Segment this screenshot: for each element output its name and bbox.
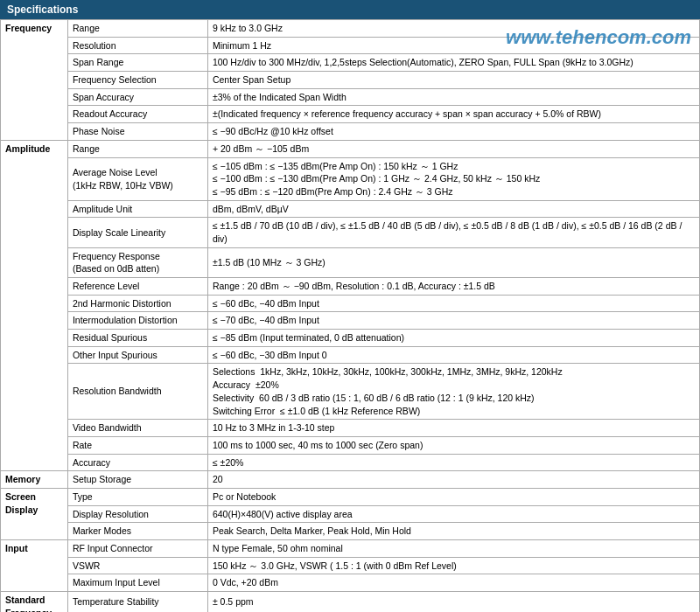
table-row: Maximum Input Level0 Vdc, +20 dBm xyxy=(1,574,700,592)
table-row: 2nd Harmonic Distortion≤ −60 dBc, −40 dB… xyxy=(1,295,700,312)
subcategory-cell: Display Scale Linearity xyxy=(67,218,207,247)
subcategory-cell: Amplitude Unit xyxy=(67,200,207,218)
value-cell: ±3% of the Indicated Span Width xyxy=(207,88,699,106)
value-cell: ±1.5 dB (10 MHz ～ 3 GHz) xyxy=(207,247,699,277)
category-cell: Standard Frequency (10MHz, Ref.) xyxy=(1,592,68,612)
subcategory-cell: Average Noise Level (1kHz RBW, 10Hz VBW) xyxy=(67,157,207,200)
header-title: Specifications xyxy=(7,3,78,16)
table-row: Amplitude UnitdBm, dBmV, dBµV xyxy=(1,200,700,218)
table-row: Phase Noise≤ −90 dBc/Hz @10 kHz offset xyxy=(1,123,700,141)
category-cell: Frequency xyxy=(1,20,68,141)
subcategory-cell: Marker Modes xyxy=(67,523,207,540)
value-cell: 0 Vdc, +20 dBm xyxy=(207,574,699,592)
value-cell: ≤ −90 dBc/Hz @10 kHz offset xyxy=(207,123,699,141)
table-row: Frequency Response (Based on 0dB atten)±… xyxy=(1,247,700,277)
table-row: Residual Spurious≤ −85 dBm (Input termin… xyxy=(1,330,700,347)
value-cell: dBm, dBmV, dBµV xyxy=(207,200,699,218)
table-row: Average Noise Level (1kHz RBW, 10Hz VBW)… xyxy=(1,157,700,200)
subcategory-cell: Other Input Spurious xyxy=(67,346,207,364)
category-cell: Amplitude xyxy=(1,140,68,470)
page-header: Specifications xyxy=(0,0,700,19)
table-row: Reference LevelRange : 20 dBm ～ −90 dBm,… xyxy=(1,278,700,296)
subcategory-cell: Maximum Input Level xyxy=(67,574,207,592)
subcategory-cell: Range xyxy=(67,20,207,38)
subcategory-cell: Setup Storage xyxy=(67,471,207,489)
subcategory-cell: VSWR xyxy=(67,557,207,574)
subcategory-cell: Video Bandwidth xyxy=(67,420,207,437)
subcategory-cell: Phase Noise xyxy=(67,123,207,141)
category-cell: Input xyxy=(1,540,68,592)
watermark: www.tehencom.com xyxy=(506,26,691,49)
table-row: Other Input Spurious≤ −60 dBc, −30 dBm I… xyxy=(1,346,700,364)
subcategory-cell: Intermodulation Distortion xyxy=(67,312,207,330)
table-row: Screen DisplayTypePc or Notebook xyxy=(1,488,700,505)
table-row: Video Bandwidth10 Hz to 3 MHz in 1-3-10 … xyxy=(1,420,700,437)
table-row: Resolution BandwidthSelections 1kHz, 3kH… xyxy=(1,364,700,420)
value-cell: Selections 1kHz, 3kHz, 10kHz, 30kHz, 100… xyxy=(207,364,699,420)
table-row: Display Resolution640(H)×480(V) active d… xyxy=(1,505,700,523)
table-row: Accuracy≤ ±20% xyxy=(1,454,700,471)
table-row: Display Scale Linearity≤ ±1.5 dB / 70 dB… xyxy=(1,218,700,247)
table-row: Standard Frequency (10MHz, Ref.)Temperat… xyxy=(1,592,700,612)
value-cell: 20 xyxy=(207,471,699,489)
subcategory-cell: Readout Accuracy xyxy=(67,106,207,123)
subcategory-cell: Residual Spurious xyxy=(67,330,207,347)
table-row: AmplitudeRange+ 20 dBm ～ −105 dBm xyxy=(1,140,700,157)
value-cell: 100 Hz/div to 300 MHz/div, 1,2,5steps Se… xyxy=(207,54,699,72)
subcategory-cell: Accuracy xyxy=(67,454,207,471)
subcategory-cell: Reference Level xyxy=(67,278,207,296)
subcategory-cell: Resolution Bandwidth xyxy=(67,364,207,420)
value-cell: 10 Hz to 3 MHz in 1-3-10 step xyxy=(207,420,699,437)
subcategory-cell: 2nd Harmonic Distortion xyxy=(67,295,207,312)
value-cell: ±(Indicated frequency × reference freque… xyxy=(207,106,699,123)
value-cell: Peak Search, Delta Marker, Peak Hold, Mi… xyxy=(207,523,699,540)
table-row: InputRF Input ConnectorN type Female, 50… xyxy=(1,540,700,558)
value-cell: 150 kHz ～ 3.0 GHz, VSWR ( 1.5 : 1 (with … xyxy=(207,557,699,574)
subcategory-cell: RF Input Connector xyxy=(67,540,207,558)
subcategory-cell: Type xyxy=(67,488,207,505)
value-cell: ≤ −60 dBc, −30 dBm Input 0 xyxy=(207,346,699,364)
category-cell: Screen Display xyxy=(1,488,68,539)
table-row: Span Range100 Hz/div to 300 MHz/div, 1,2… xyxy=(1,54,700,72)
value-cell: Pc or Notebook xyxy=(207,488,699,505)
value-cell: N type Female, 50 ohm nominal xyxy=(207,540,699,558)
value-cell: + 20 dBm ～ −105 dBm xyxy=(207,140,699,157)
specifications-table: FrequencyRange9 kHz to 3.0 GHzResolution… xyxy=(0,19,700,612)
subcategory-cell: Frequency Selection xyxy=(67,72,207,89)
table-row: Span Accuracy±3% of the Indicated Span W… xyxy=(1,88,700,106)
subcategory-cell: Frequency Response (Based on 0dB atten) xyxy=(67,247,207,277)
value-cell: ≤ ±20% xyxy=(207,454,699,471)
table-row: Rate100 ms to 1000 sec, 40 ms to 1000 se… xyxy=(1,436,700,454)
subcategory-cell: Span Range xyxy=(67,54,207,72)
value-cell: ≤ ±1.5 dB / 70 dB (10 dB / div), ≤ ±1.5 … xyxy=(207,218,699,247)
value-cell: Center Span Setup xyxy=(207,72,699,89)
value-cell: Range : 20 dBm ～ −90 dBm, Resolution : 0… xyxy=(207,278,699,296)
value-cell: ≤ −70 dBc, −40 dBm Input xyxy=(207,312,699,330)
subcategory-cell: Temperature Stability xyxy=(67,592,207,612)
value-cell: ± 0.5 ppm xyxy=(207,592,699,612)
subcategory-cell: Display Resolution xyxy=(67,505,207,523)
category-cell: Memory xyxy=(1,471,68,489)
subcategory-cell: Range xyxy=(67,140,207,157)
value-cell: ≤ −105 dBm : ≤ −135 dBm(Pre Amp On) : 15… xyxy=(207,157,699,200)
value-cell: ≤ −60 dBc, −40 dBm Input xyxy=(207,295,699,312)
table-row: Frequency SelectionCenter Span Setup xyxy=(1,72,700,89)
table-row: VSWR150 kHz ～ 3.0 GHz, VSWR ( 1.5 : 1 (w… xyxy=(1,557,700,574)
value-cell: ≤ −85 dBm (Input terminated, 0 dB attenu… xyxy=(207,330,699,347)
subcategory-cell: Span Accuracy xyxy=(67,88,207,106)
subcategory-cell: Rate xyxy=(67,436,207,454)
value-cell: 100 ms to 1000 sec, 40 ms to 1000 sec (Z… xyxy=(207,436,699,454)
table-row: Intermodulation Distortion≤ −70 dBc, −40… xyxy=(1,312,700,330)
table-row: Readout Accuracy±(Indicated frequency × … xyxy=(1,106,700,123)
table-row: MemorySetup Storage20 xyxy=(1,471,700,489)
subcategory-cell: Resolution xyxy=(67,37,207,54)
value-cell: 640(H)×480(V) active display area xyxy=(207,505,699,523)
table-row: Marker ModesPeak Search, Delta Marker, P… xyxy=(1,523,700,540)
